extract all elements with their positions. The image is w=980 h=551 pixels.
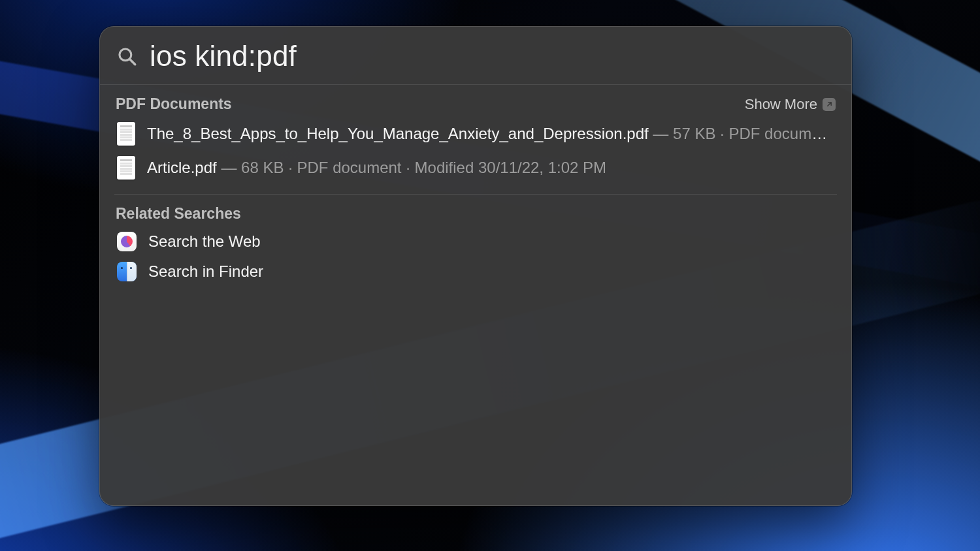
open-externally-icon	[823, 98, 836, 111]
result-kind: PDF document	[728, 125, 833, 142]
show-more-label: Show More	[745, 96, 817, 113]
safari-icon	[117, 232, 137, 251]
related-searches-section: Related Searches Search the Web Search i…	[100, 195, 851, 287]
result-row[interactable]: The_8_Best_Apps_to_Help_You_Manage_Anxie…	[114, 117, 837, 151]
related-search-label: Search in Finder	[148, 262, 263, 281]
result-modified: Modified 30/11/22, 1:02 PM	[415, 159, 607, 176]
related-search-finder[interactable]: Search in Finder	[114, 257, 837, 287]
result-size: 57 KB	[673, 125, 715, 142]
svg-line-1	[130, 59, 135, 65]
search-icon	[116, 45, 138, 67]
section-title: PDF Documents	[116, 95, 232, 113]
finder-icon	[117, 262, 137, 281]
section-header: Related Searches	[114, 204, 837, 227]
spotlight-window: PDF Documents Show More The_8_Best_Apps_…	[99, 26, 852, 506]
result-row[interactable]: Article.pdf — 68 KB · PDF document · Mod…	[114, 151, 837, 185]
pdf-document-icon	[117, 156, 135, 180]
result-text: The_8_Best_Apps_to_Help_You_Manage_Anxie…	[147, 125, 834, 143]
related-search-label: Search the Web	[148, 232, 261, 251]
pdf-document-icon	[117, 122, 135, 146]
show-more-button[interactable]: Show More	[745, 96, 836, 113]
section-header: PDF Documents Show More	[114, 94, 837, 117]
pdf-documents-section: PDF Documents Show More The_8_Best_Apps_…	[100, 85, 851, 185]
result-filename: The_8_Best_Apps_to_Help_You_Manage_Anxie…	[147, 125, 649, 142]
search-row	[100, 27, 851, 85]
search-input[interactable]	[150, 40, 836, 72]
result-kind: PDF document	[297, 159, 401, 176]
result-filename: Article.pdf	[147, 159, 217, 176]
result-text: Article.pdf — 68 KB · PDF document · Mod…	[147, 159, 834, 177]
result-size: 68 KB	[241, 159, 284, 176]
section-title: Related Searches	[116, 205, 241, 223]
related-search-web[interactable]: Search the Web	[114, 227, 837, 257]
